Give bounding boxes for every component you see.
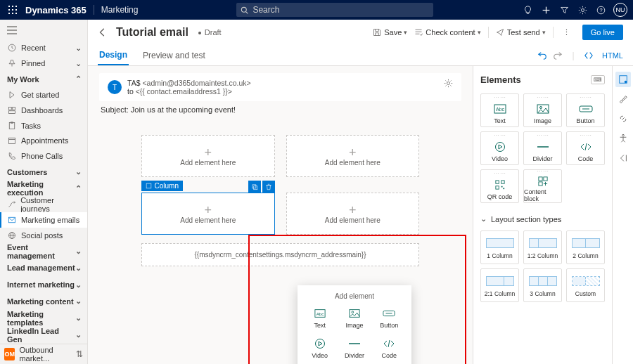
svg-rect-2	[15, 6, 17, 7]
back-button[interactable]	[98, 27, 112, 37]
redo-button[interactable]	[550, 51, 565, 60]
layout-3col[interactable]: 3 Column	[523, 268, 562, 302]
nav-section-event-mgmt[interactable]: Event management⌄	[0, 243, 87, 260]
nav-section-marketing-exec[interactable]: Marketing execution⌃	[0, 180, 87, 197]
nav-section-linkedin[interactable]: LinkedIn Lead Gen⌄	[0, 327, 87, 344]
nav-section-internet-mkt[interactable]: Internet marketing⌄	[0, 276, 87, 293]
delete-button[interactable]	[262, 181, 275, 193]
element-button[interactable]: ⋯⋯Button	[566, 93, 605, 127]
layout-1col[interactable]: 1 Column	[480, 230, 519, 264]
svg-point-42	[315, 339, 324, 349]
svg-rect-21	[9, 107, 12, 110]
sidetab-collapse[interactable]	[615, 150, 631, 166]
svg-rect-7	[12, 13, 13, 14]
lightbulb-icon[interactable]	[519, 1, 536, 18]
nav-marketing-emails[interactable]: Marketing emails	[0, 212, 87, 228]
nav-phone-calls[interactable]: Phone Calls	[0, 148, 87, 164]
dropzone-r1c1[interactable]: +Add element here	[141, 135, 275, 177]
svg-point-55	[539, 107, 542, 109]
module-name[interactable]: Marketing	[94, 5, 139, 15]
panel-title: Elements	[480, 74, 521, 85]
ellipsis-icon: ⋮	[563, 28, 570, 37]
nav-customer-journeys[interactable]: Customer journeys	[0, 197, 87, 212]
sidetab-links[interactable]	[615, 111, 631, 126]
test-send-button[interactable]: Test send▾	[496, 28, 546, 37]
layout-2col[interactable]: 2 Column	[566, 230, 605, 264]
chevron-down-icon[interactable]: ▾	[478, 29, 481, 36]
element-image[interactable]: ⋯⋯Image	[523, 93, 562, 127]
tab-bar: Design Preview and test | HTML	[88, 45, 633, 66]
element-content-block[interactable]: ⋯⋯Content block	[523, 169, 562, 203]
nav-recent[interactable]: Recent⌄	[0, 41, 87, 56]
help-icon[interactable]: ?	[592, 1, 609, 18]
chevron-down-icon[interactable]: ▾	[404, 29, 407, 36]
nav-section-lead-mgmt[interactable]: Lead management⌄	[0, 260, 87, 277]
nav-pinned[interactable]: Pinned⌄	[0, 56, 87, 71]
dropzone-r1c2[interactable]: +Add element here	[286, 135, 420, 177]
plus-icon[interactable]	[537, 1, 554, 18]
layout-12col[interactable]: 1:2 Column	[523, 230, 562, 264]
element-qr[interactable]: ⋯⋯QR code	[480, 169, 519, 203]
selection-tag: Column	[141, 181, 183, 191]
email-icon	[7, 216, 17, 224]
nav-appointments[interactable]: Appointments	[0, 133, 87, 148]
popup-item-divider[interactable]: Divider	[338, 334, 371, 362]
element-code[interactable]: ⋯⋯Code	[566, 131, 605, 165]
nav-social-posts[interactable]: Social posts	[0, 228, 87, 243]
popup-item-button[interactable]: Button	[373, 304, 406, 332]
check-content-button[interactable]: Check content▾	[414, 28, 480, 37]
popup-item-video[interactable]: Video	[303, 334, 336, 362]
calendar-icon	[7, 136, 17, 145]
nav-section-mkt-templates[interactable]: Marketing templates⌄	[0, 310, 87, 327]
app-launcher[interactable]	[6, 3, 20, 17]
nav-section-mkt-content[interactable]: Marketing content⌄	[0, 293, 87, 310]
dropzone-r2c1-selected[interactable]: Column +Add element here	[141, 193, 275, 235]
go-live-button[interactable]: Go live	[582, 25, 623, 40]
chevron-down-icon[interactable]: ▾	[542, 29, 546, 36]
element-divider[interactable]: ⋯⋯Divider	[523, 131, 562, 165]
nav-get-started[interactable]: Get started	[0, 87, 87, 103]
hamburger-icon[interactable]	[0, 20, 87, 41]
brush-icon	[618, 94, 628, 104]
nav-section-mywork[interactable]: My Work⌃	[0, 71, 87, 88]
sidetab-styles[interactable]	[615, 91, 631, 107]
sidetab-a11y[interactable]	[615, 131, 631, 146]
keyboard-icon[interactable]: ⌨	[591, 75, 605, 84]
gear-icon[interactable]	[574, 1, 591, 18]
nav-dashboards[interactable]: Dashboards	[0, 103, 87, 118]
journey-icon	[7, 200, 16, 209]
save-button[interactable]: Save▾	[373, 28, 407, 37]
popup-item-text[interactable]: AbcText	[303, 304, 336, 332]
layout-custom[interactable]: Custom	[566, 268, 605, 302]
html-view-icon[interactable]	[581, 51, 596, 60]
svg-rect-64	[503, 188, 504, 189]
sidetab-elements[interactable]	[615, 72, 631, 87]
design-canvas[interactable]: T TA$ <admin@d365domaintest.co.uk> to <{…	[88, 66, 473, 364]
duplicate-button[interactable]	[248, 181, 261, 193]
nav-section-customers[interactable]: Customers⌄	[0, 164, 87, 181]
nav-tasks[interactable]: Tasks	[0, 118, 87, 134]
layout-section-toggle[interactable]: ⌄Layout section types	[480, 214, 605, 223]
footer-block[interactable]: {{msdyncrm_contentsettings.msdyncrm_addr…	[141, 243, 419, 266]
user-avatar[interactable]: NU	[613, 3, 627, 17]
tab-design[interactable]: Design	[98, 45, 129, 65]
filter-icon[interactable]	[556, 1, 573, 18]
area-switcher[interactable]: OM Outbound market... ⇅	[0, 344, 87, 364]
email-subject[interactable]: Subject: Join us at the upcoming event!	[99, 105, 461, 114]
dropzone-r2c2[interactable]: +Add element here	[286, 193, 420, 235]
svg-point-69	[624, 81, 627, 84]
button-icon	[579, 102, 593, 116]
undo-button[interactable]	[535, 51, 550, 60]
popup-item-image[interactable]: Image	[338, 304, 371, 332]
global-search[interactable]: Search	[236, 3, 433, 17]
header-settings-icon[interactable]	[444, 79, 453, 88]
html-view-button[interactable]: HTML	[602, 51, 623, 60]
tab-preview[interactable]: Preview and test	[141, 45, 207, 65]
column-icon	[146, 183, 152, 189]
layout-21col[interactable]: 2:1 Column	[480, 268, 519, 302]
overflow-menu[interactable]: ⋮	[561, 28, 573, 37]
element-video[interactable]: ⋯⋯Video	[480, 131, 519, 165]
svg-rect-4	[12, 9, 13, 11]
popup-item-code[interactable]: Code	[373, 334, 406, 362]
element-text[interactable]: ⋯⋯AbcText	[480, 93, 519, 127]
